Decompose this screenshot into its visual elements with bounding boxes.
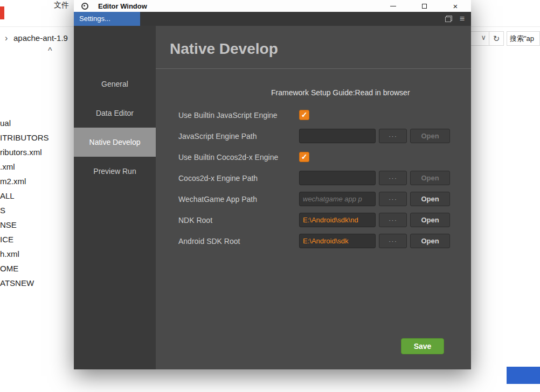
- browse-js-engine-button[interactable]: ···: [379, 129, 407, 143]
- close-button[interactable]: ×: [440, 0, 471, 12]
- taskbar-item[interactable]: [507, 367, 540, 384]
- file-item[interactable]: ributors.xml: [0, 145, 49, 159]
- field-label: WechatGame App Path: [178, 195, 299, 204]
- form-row: Cocos2d-x Engine Path ··· Open: [178, 171, 471, 185]
- window-titlebar: Editor Window ×: [74, 0, 471, 12]
- use-builtin-cocos2dx-engine-checkbox[interactable]: ✓: [299, 152, 309, 162]
- tabbar-icons: ≡: [445, 12, 465, 26]
- refresh-icon[interactable]: ↻: [489, 31, 504, 46]
- file-list: ual ITRIBUTORS ributors.xml .xml m2.xml …: [0, 116, 49, 290]
- browse-wechatgame-app-button[interactable]: ···: [379, 192, 407, 206]
- browse-android-sdk-button[interactable]: ···: [379, 234, 407, 248]
- tab-bar: Settings... ≡: [74, 12, 471, 26]
- framework-setup-guide-link[interactable]: Framework Setup Guide:Read in browser: [271, 88, 471, 97]
- title-divider: [156, 68, 471, 69]
- screen: 文件 › apache-ant-1.9 ∨ ↻ 搜索"ap ^ ual ITRI…: [0, 0, 540, 392]
- file-item[interactable]: h.xml: [0, 247, 49, 261]
- breadcrumb[interactable]: apache-ant-1.9: [13, 33, 68, 43]
- address-dropdown-icon[interactable]: ∨: [481, 33, 486, 41]
- field-label: Android SDK Root: [178, 237, 299, 246]
- field-label: Cocos2d-x Engine Path: [178, 174, 299, 183]
- form-row: Android SDK Root ··· Open: [178, 234, 471, 248]
- open-ndk-root-button[interactable]: Open: [410, 213, 450, 227]
- form-row: Use Builtin Cocos2d-x Engine ✓: [178, 150, 471, 164]
- app-logo: [0, 6, 4, 19]
- sidebar-item-data-editor[interactable]: Data Editor: [74, 99, 156, 128]
- maximize-button[interactable]: [409, 0, 440, 12]
- file-item[interactable]: ICE: [0, 232, 49, 247]
- file-item[interactable]: ual: [0, 116, 49, 130]
- browse-ndk-root-button[interactable]: ···: [379, 213, 407, 227]
- breadcrumb-chevron-icon[interactable]: ›: [5, 33, 8, 43]
- window-title: Editor Window: [98, 2, 147, 10]
- settings-panel: Native Develop Framework Setup Guide:Rea…: [156, 26, 471, 369]
- sidebar-item-general[interactable]: General: [74, 69, 156, 99]
- file-item[interactable]: ALL: [0, 188, 49, 203]
- dialog-body: General Data Editor Native Develop Previ…: [74, 26, 471, 369]
- page-title: Native Develop: [170, 40, 471, 58]
- field-label: JavaScript Engine Path: [178, 132, 299, 141]
- minimize-button[interactable]: [377, 0, 409, 12]
- field-label: NDK Root: [178, 216, 299, 225]
- editor-window: Editor Window × Settings... ≡ General Da…: [74, 0, 471, 369]
- maximize-icon: [422, 4, 427, 9]
- open-wechatgame-app-button[interactable]: Open: [410, 192, 450, 206]
- cocos2dx-engine-path-input[interactable]: [299, 171, 376, 185]
- scroll-up-icon[interactable]: ^: [48, 46, 52, 56]
- browse-cocos2dx-engine-button[interactable]: ···: [379, 171, 407, 185]
- app-icon: [81, 3, 88, 10]
- close-icon: ×: [453, 2, 458, 10]
- form-row: WechatGame App Path ··· Open: [178, 192, 471, 206]
- android-sdk-root-input[interactable]: [299, 234, 376, 248]
- file-item[interactable]: ATSNEW: [0, 276, 49, 290]
- tab-settings[interactable]: Settings...: [74, 12, 140, 26]
- form-row: JavaScript Engine Path ··· Open: [178, 129, 471, 143]
- file-item[interactable]: OME: [0, 261, 49, 276]
- wechatgame-app-path-input[interactable]: [299, 192, 376, 206]
- field-label: Use Builtin Cocos2d-x Engine: [178, 153, 299, 162]
- form-row: NDK Root ··· Open: [178, 213, 471, 227]
- menu-file[interactable]: 文件: [54, 1, 69, 10]
- settings-sidebar: General Data Editor Native Develop Previ…: [74, 26, 156, 369]
- open-android-sdk-button[interactable]: Open: [410, 234, 450, 248]
- save-button[interactable]: Save: [401, 338, 444, 354]
- native-develop-form: Use Builtin JavaScript Engine ✓ JavaScri…: [156, 108, 471, 248]
- js-engine-path-input[interactable]: [299, 129, 376, 143]
- form-row: Use Builtin JavaScript Engine ✓: [178, 108, 471, 122]
- file-item[interactable]: NSE: [0, 218, 49, 232]
- restore-window-icon[interactable]: [445, 16, 452, 22]
- file-item[interactable]: S: [0, 203, 49, 218]
- open-cocos2dx-engine-button[interactable]: Open: [410, 171, 450, 185]
- sidebar-item-native-develop[interactable]: Native Develop: [74, 128, 156, 157]
- search-input[interactable]: 搜索"ap: [507, 31, 540, 46]
- field-label: Use Builtin JavaScript Engine: [178, 111, 299, 120]
- use-builtin-javascript-engine-checkbox[interactable]: ✓: [299, 110, 309, 120]
- file-item[interactable]: m2.xml: [0, 174, 49, 188]
- open-js-engine-button[interactable]: Open: [410, 129, 450, 143]
- ndk-root-input[interactable]: [299, 213, 376, 227]
- search-text: 搜索"ap: [510, 34, 534, 43]
- sidebar-item-preview-run[interactable]: Preview Run: [74, 157, 156, 186]
- hamburger-menu-icon[interactable]: ≡: [460, 15, 465, 23]
- file-item[interactable]: .xml: [0, 159, 49, 174]
- minimize-icon: [390, 6, 396, 6]
- file-item[interactable]: ITRIBUTORS: [0, 130, 49, 145]
